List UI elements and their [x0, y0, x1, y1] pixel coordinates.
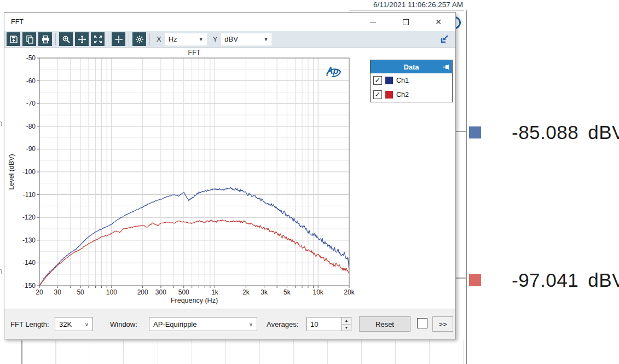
- svg-text:500: 500: [178, 288, 189, 296]
- y-unit-value: dBV: [224, 35, 238, 43]
- svg-text:-60: -60: [26, 77, 36, 85]
- title-bar[interactable]: FFT ✕: [4, 13, 455, 31]
- ap-logo-text: Ap: [327, 66, 338, 76]
- meter-reading-ch2: -97.041 dBV: [469, 269, 619, 291]
- svg-text:Frequency (Hz): Frequency (Hz): [171, 297, 218, 304]
- reset-button[interactable]: Reset: [359, 316, 410, 332]
- window-label: Window:: [110, 320, 137, 328]
- ch2-meter-swatch: [469, 274, 481, 286]
- svg-text:Level (dBV): Level (dBV): [8, 154, 15, 189]
- toolbar: X Hz ▼ Y dBV ▼: [4, 31, 455, 48]
- spin-down-button[interactable]: ▼: [342, 325, 351, 331]
- toolbar-separator: [55, 33, 56, 45]
- chevron-down-icon: ∨: [85, 321, 89, 327]
- svg-text:10k: 10k: [313, 288, 324, 296]
- ch2-label: Ch2: [396, 91, 409, 99]
- svg-text:200: 200: [137, 288, 148, 296]
- fft-window: FFT ✕: [4, 12, 456, 339]
- svg-text:-120: -120: [22, 213, 36, 221]
- timestamp: 6/11/2021 11:06:26.257 AM: [306, 1, 463, 9]
- svg-text:5k: 5k: [284, 288, 291, 296]
- chevron-down-icon: ▼: [199, 37, 204, 42]
- svg-text:30: 30: [54, 288, 62, 296]
- averages-spinner[interactable]: 10 ▲ ▼: [306, 317, 351, 331]
- ch1-checkbox[interactable]: ✓: [373, 76, 382, 85]
- svg-text:-130: -130: [22, 236, 36, 244]
- trace-ch1: [39, 188, 349, 286]
- ch1-meter-swatch: [469, 126, 481, 138]
- zoom-button[interactable]: [59, 32, 73, 46]
- legend-row-ch2[interactable]: ✓ Ch2: [371, 88, 452, 102]
- save-icon: [9, 35, 18, 44]
- ch2-checkbox[interactable]: ✓: [373, 90, 382, 99]
- ch1-label: Ch1: [396, 77, 409, 84]
- ch2-meter-value: -97.041: [512, 269, 578, 291]
- copy-button[interactable]: [22, 32, 36, 46]
- minimize-icon: [370, 22, 376, 22]
- close-button[interactable]: ✕: [426, 14, 451, 30]
- zoom-icon: [62, 35, 71, 44]
- settings-button[interactable]: [132, 32, 146, 46]
- meter-reading-ch1: -85.088 dBV: [469, 122, 619, 143]
- trace-ch2: [39, 219, 349, 286]
- svg-text:3k: 3k: [261, 288, 268, 296]
- close-icon: ✕: [435, 18, 442, 26]
- maximize-button[interactable]: [393, 14, 418, 30]
- svg-text:-50: -50: [26, 54, 36, 62]
- svg-text:FFT: FFT: [188, 49, 201, 56]
- pin-icon[interactable]: [442, 63, 449, 71]
- y-unit-select[interactable]: dBV ▼: [221, 33, 272, 46]
- append-checkbox[interactable]: [417, 318, 427, 328]
- fit-icon: [94, 35, 102, 44]
- svg-text:-80: -80: [26, 123, 36, 130]
- meter-tick-ch1: [455, 131, 466, 132]
- data-legend-panel: Data ✓ Ch1 ✓ Ch2: [370, 60, 453, 102]
- window-select[interactable]: AP-Equiripple ∨: [149, 317, 257, 331]
- svg-text:-90: -90: [26, 145, 36, 153]
- expand-button[interactable]: >>: [432, 316, 453, 332]
- cursor-icon: [114, 35, 123, 44]
- svg-text:100: 100: [106, 288, 117, 296]
- svg-text:50: 50: [77, 288, 84, 296]
- spin-up-button[interactable]: ▲: [342, 317, 351, 325]
- toolbar-separator: [129, 33, 129, 45]
- clipped-text-fragment: h: [0, 266, 3, 275]
- ch1-meter-unit: dBV: [588, 122, 619, 143]
- svg-text:1k: 1k: [211, 288, 219, 296]
- fft-length-select[interactable]: 32K ∨: [55, 317, 93, 331]
- fit-button[interactable]: [91, 32, 105, 46]
- cursor-button[interactable]: [112, 32, 125, 46]
- chevron-down-icon: ∨: [249, 321, 253, 327]
- copy-icon: [25, 35, 34, 44]
- x-unit-select[interactable]: Hz ▼: [165, 33, 207, 46]
- minimize-button[interactable]: [360, 14, 385, 30]
- parent-plot-right-border: [466, 10, 467, 364]
- control-bar: FFT Length: 32K ∨ Window: AP-Equiripple …: [4, 309, 455, 339]
- parent-panel-top-border: [350, 10, 464, 10]
- legend-header[interactable]: Data: [371, 60, 452, 73]
- averages-input[interactable]: 10: [307, 317, 342, 331]
- ch1-color-swatch: [385, 77, 393, 84]
- svg-text:2k: 2k: [242, 288, 250, 296]
- ch2-color-swatch: [385, 91, 393, 99]
- dock-icon: [439, 33, 450, 44]
- print-icon: [41, 35, 50, 44]
- window-value: AP-Equiripple: [153, 320, 197, 328]
- save-button[interactable]: [7, 32, 20, 46]
- clipped-text-fragment: h: [0, 118, 3, 128]
- pan-button[interactable]: [75, 32, 89, 46]
- svg-text:300: 300: [155, 288, 166, 296]
- fft-length-label: FFT Length:: [10, 320, 49, 328]
- x-unit-value: Hz: [169, 35, 177, 43]
- x-axis-unit-label: X: [157, 35, 161, 43]
- maximize-icon: [403, 19, 409, 25]
- svg-text:-110: -110: [23, 191, 36, 199]
- svg-text:20k: 20k: [344, 288, 355, 296]
- ch1-meter-value: -85.088: [512, 122, 578, 143]
- ch2-meter-unit: dBV: [588, 269, 619, 291]
- dock-button[interactable]: [439, 33, 450, 46]
- svg-text:20: 20: [36, 288, 43, 296]
- legend-row-ch1[interactable]: ✓ Ch1: [371, 73, 452, 88]
- print-button[interactable]: [38, 32, 52, 46]
- ap-logo: Ap: [321, 63, 346, 80]
